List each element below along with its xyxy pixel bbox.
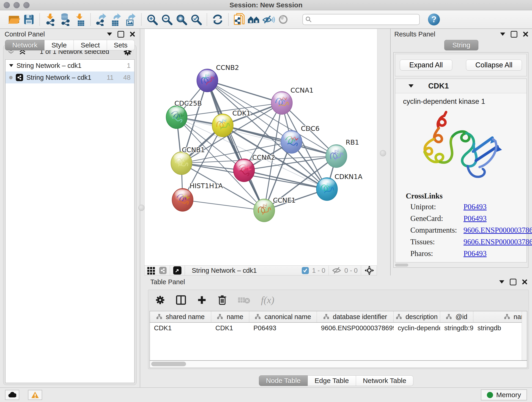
close-panel-icon[interactable] bbox=[130, 32, 135, 37]
network-node-CCNA1[interactable] bbox=[271, 91, 292, 114]
selected-checkbox-icon[interactable] bbox=[302, 267, 309, 274]
tab-sets[interactable]: Sets bbox=[107, 40, 135, 51]
crosslink-genecard[interactable]: P06493 bbox=[463, 214, 487, 223]
network-canvas[interactable]: CCNB2CCNA1CDC25BCDK1CDC6RB1CCNB1CCNA2CDK… bbox=[144, 29, 377, 265]
network-node-CDC25B[interactable] bbox=[166, 106, 187, 128]
help-button[interactable]: ? bbox=[428, 13, 440, 26]
network-node-CDC6[interactable] bbox=[281, 130, 302, 153]
undock-panel-icon[interactable] bbox=[118, 31, 124, 38]
function-builder-button[interactable]: f(x) bbox=[261, 294, 274, 306]
network-graph[interactable]: CCNB2CCNA1CDC25BCDK1CDC6RB1CCNB1CCNA2CDK… bbox=[145, 29, 377, 265]
zoom-in-button[interactable] bbox=[145, 13, 159, 26]
cell-canonical-name[interactable]: P06493 bbox=[249, 324, 317, 332]
import-table-button[interactable] bbox=[72, 13, 87, 26]
close-window-button[interactable] bbox=[4, 2, 10, 8]
hide-glass-effect-button[interactable] bbox=[261, 13, 276, 26]
network-node-HIST1H1A[interactable] bbox=[172, 188, 193, 211]
app-store-button[interactable] bbox=[5, 390, 19, 400]
column-header-database-identifier[interactable]: database identifier bbox=[317, 311, 394, 322]
gene-section-header[interactable]: CDK1 bbox=[395, 79, 526, 93]
close-panel-icon[interactable] bbox=[522, 279, 527, 285]
string-settings-button[interactable] bbox=[247, 13, 261, 26]
import-network-file-button[interactable] bbox=[43, 13, 58, 26]
crosslink-tissues[interactable]: 9606.ENSP00000378699 bbox=[463, 238, 532, 246]
undock-panel-icon[interactable] bbox=[511, 31, 517, 38]
network-edge-HIST1H1A-CCNE1[interactable] bbox=[183, 200, 264, 211]
detach-view-icon[interactable] bbox=[173, 266, 181, 274]
network-node-CCNE1[interactable] bbox=[254, 199, 275, 222]
refresh-button[interactable] bbox=[210, 13, 225, 26]
network-collection-row[interactable]: String Network – cdk1 1 bbox=[6, 60, 134, 71]
undock-panel-icon[interactable] bbox=[510, 279, 516, 285]
delete-table-icon[interactable] bbox=[238, 296, 250, 304]
delete-column-icon[interactable] bbox=[217, 295, 227, 305]
table-vscrollbar[interactable] bbox=[522, 311, 527, 360]
export-table-button[interactable] bbox=[109, 13, 123, 26]
hidden-eye-icon[interactable] bbox=[332, 267, 342, 274]
save-session-button[interactable] bbox=[22, 13, 36, 26]
network-node-CCNA2[interactable] bbox=[234, 159, 254, 182]
export-network-button[interactable] bbox=[94, 13, 109, 26]
birdseye-grid-icon[interactable] bbox=[147, 266, 156, 275]
zoom-fit-button[interactable] bbox=[174, 13, 189, 26]
network-node-CCNB2[interactable] bbox=[197, 69, 218, 92]
network-node-CDKN1A[interactable] bbox=[317, 178, 337, 201]
float-panel-icon[interactable] bbox=[500, 32, 505, 36]
warnings-button[interactable] bbox=[28, 390, 42, 400]
search-input[interactable] bbox=[312, 16, 409, 23]
float-panel-icon[interactable] bbox=[107, 32, 112, 36]
tab-select[interactable]: Select bbox=[74, 40, 107, 51]
collapse-all-button[interactable]: Collapse All bbox=[466, 60, 522, 70]
string-tools-button[interactable] bbox=[232, 13, 247, 26]
results-hscroll-thumb[interactable] bbox=[395, 264, 408, 267]
tab-edge-table[interactable]: Edge Table bbox=[308, 375, 356, 386]
column-header-namespace[interactable]: namespace bbox=[473, 311, 527, 322]
import-network-database-button[interactable] bbox=[58, 13, 72, 26]
tab-network[interactable]: Network bbox=[5, 40, 44, 51]
add-column-icon[interactable] bbox=[197, 295, 207, 305]
glass-ball-button[interactable] bbox=[276, 13, 291, 26]
crosslink-compartments[interactable]: 9606.ENSP00000378699 bbox=[463, 226, 532, 235]
tab-node-table[interactable]: Node Table bbox=[259, 375, 308, 386]
left-splitter-grip[interactable] bbox=[138, 205, 145, 211]
column-header-description[interactable]: description bbox=[394, 311, 440, 322]
crosslink-pharos[interactable]: P06493 bbox=[463, 249, 487, 258]
network-node-CDK1[interactable] bbox=[212, 114, 233, 137]
network-node-CCNB1[interactable] bbox=[171, 152, 192, 175]
network-type-icon[interactable] bbox=[159, 267, 167, 274]
column-header-name[interactable]: name bbox=[211, 311, 249, 322]
zoom-out-button[interactable] bbox=[159, 13, 174, 26]
column-header-id[interactable]: @id bbox=[440, 311, 473, 322]
pan-crosshair-icon[interactable] bbox=[364, 265, 374, 275]
expand-all-button[interactable]: Expand All bbox=[400, 60, 452, 70]
column-header-shared-name[interactable]: shared name bbox=[150, 311, 211, 322]
cell-shared-name[interactable]: CDK1 bbox=[150, 324, 211, 332]
cell-namespace[interactable]: stringdb bbox=[473, 324, 527, 332]
network-edge-CCNB2-CCNA1[interactable] bbox=[207, 80, 282, 103]
minimize-window-button[interactable] bbox=[13, 2, 20, 8]
memory-button[interactable]: Memory bbox=[481, 389, 527, 400]
table-settings-gear-icon[interactable] bbox=[155, 295, 165, 305]
zoom-selected-button[interactable] bbox=[189, 13, 203, 26]
close-panel-icon[interactable] bbox=[523, 32, 528, 37]
column-header-canonical-name[interactable]: canonical name bbox=[249, 311, 317, 322]
table-hscrollbar[interactable] bbox=[150, 361, 527, 368]
show-columns-icon[interactable] bbox=[176, 295, 186, 305]
collection-expand-icon[interactable] bbox=[9, 64, 13, 67]
open-session-button[interactable] bbox=[7, 13, 22, 26]
table-hscroll-thumb[interactable] bbox=[151, 362, 186, 366]
float-panel-icon[interactable] bbox=[499, 280, 504, 283]
cell-id[interactable]: stringdb:9... bbox=[440, 324, 473, 332]
right-splitter-grip[interactable] bbox=[380, 150, 386, 156]
crosslink-uniprot[interactable]: P06493 bbox=[463, 203, 487, 211]
table-row[interactable]: CDK1CDK1P064939606.ENSP00000378699cyclin… bbox=[150, 323, 527, 333]
zoom-window-button[interactable] bbox=[23, 2, 30, 8]
cell-database-identifier[interactable]: 9606.ENSP00000378699 bbox=[317, 324, 394, 332]
cell-name[interactable]: CDK1 bbox=[211, 324, 249, 332]
export-image-button[interactable] bbox=[123, 13, 138, 26]
section-collapse-icon[interactable] bbox=[409, 84, 413, 88]
network-node-RB1[interactable] bbox=[326, 145, 347, 167]
tab-string[interactable]: String bbox=[444, 40, 478, 51]
cell-description[interactable]: cyclin-dependent ... bbox=[394, 324, 440, 332]
tab-network-table[interactable]: Network Table bbox=[356, 375, 413, 386]
